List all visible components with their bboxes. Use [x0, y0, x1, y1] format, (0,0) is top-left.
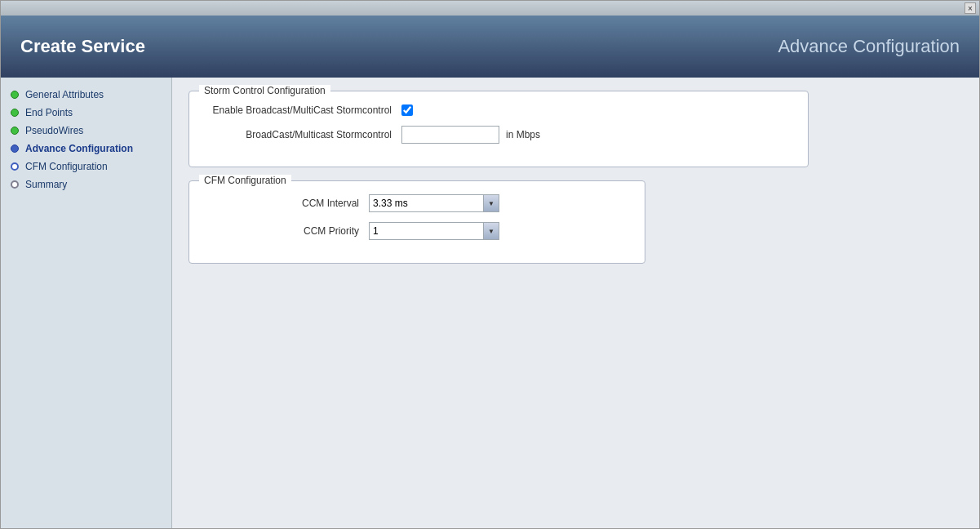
sidebar-item-end-points[interactable]: End Points — [1, 104, 171, 122]
content-area: General Attributes End Points PseudoWire… — [1, 78, 979, 528]
ccm-priority-select-wrapper: 0 1 2 3 4 5 6 7 ▼ — [369, 222, 499, 240]
sidebar-item-summary[interactable]: Summary — [1, 176, 171, 193]
ccm-priority-row: CCM Priority 0 1 2 3 4 5 6 7 — [206, 222, 628, 240]
sidebar-item-pseudo-wires[interactable]: PseudoWires — [1, 122, 171, 140]
ccm-priority-label: CCM Priority — [206, 225, 369, 237]
sidebar-item-cfm-configuration[interactable]: CFM Configuration — [1, 158, 171, 176]
cfm-config-section: CFM Configuration CCM Interval 3.33 ms 1… — [188, 180, 645, 264]
ccm-interval-value: 3.33 ms 10 ms 100 ms 1 sec 10 sec ▼ — [369, 194, 499, 212]
bcast-stormcontrol-value: in Mbps — [401, 126, 540, 144]
ccm-interval-select[interactable]: 3.33 ms 10 ms 100 ms 1 sec 10 sec — [369, 194, 499, 212]
title-bar: × — [1, 1, 979, 16]
dot-summary — [11, 180, 19, 189]
window-frame: × Create Service Advance Configuration G… — [0, 0, 980, 529]
ccm-priority-value: 0 1 2 3 4 5 6 7 ▼ — [369, 222, 499, 240]
sidebar-item-general-attributes[interactable]: General Attributes — [1, 86, 171, 104]
page-title: Create Service — [20, 36, 145, 57]
ccm-priority-select[interactable]: 0 1 2 3 4 5 6 7 — [369, 222, 499, 240]
dot-advance-configuration — [11, 144, 19, 153]
close-button[interactable]: × — [964, 2, 976, 14]
bcast-stormcontrol-label: BroadCast/Multicast Stormcontrol — [206, 129, 401, 140]
sidebar-label-advance-configuration: Advance Configuration — [25, 143, 133, 154]
dot-pseudo-wires — [11, 127, 19, 135]
dot-general-attributes — [11, 91, 19, 99]
ccm-interval-row: CCM Interval 3.33 ms 10 ms 100 ms 1 sec … — [206, 194, 628, 212]
enable-broadcast-label: Enable Broadcast/MultiCast Stormcontrol — [206, 104, 401, 116]
sidebar-label-pseudo-wires: PseudoWires — [25, 125, 83, 136]
bcast-unit-label: in Mbps — [506, 129, 540, 140]
enable-broadcast-value — [401, 104, 413, 116]
page-subtitle: Advance Configuration — [778, 36, 960, 57]
sidebar-item-advance-configuration[interactable]: Advance Configuration — [1, 140, 171, 158]
sidebar: General Attributes End Points PseudoWire… — [1, 78, 172, 528]
ccm-interval-label: CCM Interval — [206, 198, 369, 209]
dot-end-points — [11, 109, 19, 117]
storm-control-title: Storm Control Configuration — [199, 85, 330, 96]
dot-cfm-configuration — [11, 162, 19, 171]
ccm-interval-select-wrapper: 3.33 ms 10 ms 100 ms 1 sec 10 sec ▼ — [369, 194, 499, 212]
bcast-stormcontrol-input[interactable] — [401, 126, 499, 144]
storm-control-section: Storm Control Configuration Enable Broad… — [188, 91, 809, 167]
bcast-stormcontrol-row: BroadCast/Multicast Stormcontrol in Mbps — [206, 126, 792, 144]
cfm-config-title: CFM Configuration — [199, 175, 291, 186]
enable-broadcast-checkbox[interactable] — [401, 104, 413, 116]
main-content: Storm Control Configuration Enable Broad… — [172, 78, 979, 528]
sidebar-label-summary: Summary — [25, 179, 67, 190]
header: Create Service Advance Configuration — [1, 16, 979, 78]
sidebar-label-general-attributes: General Attributes — [25, 89, 104, 100]
sidebar-label-cfm-configuration: CFM Configuration — [25, 161, 108, 172]
sidebar-label-end-points: End Points — [25, 107, 73, 118]
enable-broadcast-row: Enable Broadcast/MultiCast Stormcontrol — [206, 104, 792, 116]
